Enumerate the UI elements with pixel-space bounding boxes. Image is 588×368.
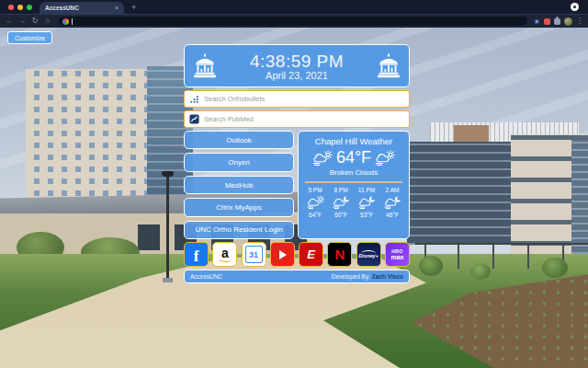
extension-icon-red[interactable] — [544, 18, 550, 25]
tab-accessunc[interactable]: AccessUNC × — [40, 2, 124, 14]
medhub-button[interactable]: MedHub — [184, 176, 294, 194]
forecast-time: 8 PM — [328, 187, 354, 193]
developer-name: Zach Visco — [372, 273, 403, 280]
tab-strip: AccessUNC × + — [0, 0, 588, 14]
back-icon[interactable]: ← — [5, 17, 14, 25]
weather-card: Chapel Hill Weather 64°F Broken Clouds 5… — [298, 131, 410, 239]
maximize-window-button[interactable] — [27, 5, 32, 10]
citrix-myapps-button[interactable]: Citrix MyApps — [184, 198, 294, 216]
outlook-button[interactable]: Outlook — [184, 131, 294, 149]
text-caret — [72, 18, 73, 25]
new-tab-button[interactable]: + — [131, 2, 136, 14]
netflix-shortcut[interactable]: N — [327, 242, 352, 267]
espn-icon: E — [307, 247, 315, 261]
window-control-dot — [571, 3, 579, 11]
youtube-play-icon — [279, 250, 287, 259]
forecast-temp: 64°F — [302, 212, 328, 218]
profile-avatar[interactable] — [564, 17, 572, 26]
clock-time: 4:38:59 PM — [250, 52, 344, 72]
day-wind-cloud-icon — [306, 195, 325, 210]
night-wind-cloud-icon — [332, 195, 351, 210]
orthobullets-icon — [189, 94, 199, 104]
reload-icon[interactable]: ↻ — [30, 17, 40, 25]
calendar-icon: 31 — [245, 246, 263, 263]
forecast-grid: 5 PM 8 PM 11 PM 2 AM 64°F 60°F 53°F 46°F — [302, 187, 405, 218]
youtube-shortcut[interactable] — [270, 242, 295, 267]
forecast-temp: 46°F — [379, 212, 405, 218]
hbo-max-shortcut[interactable]: HBOmax — [385, 242, 410, 267]
espn-shortcut[interactable]: E — [299, 242, 323, 267]
forecast-time: 2 AM — [379, 187, 405, 193]
unc-ortho-resident-login-button[interactable]: UNC Ortho Resident Login — [184, 221, 294, 239]
bookmark-star-icon[interactable]: ★ — [534, 17, 540, 26]
glass-building-right — [407, 142, 517, 245]
disney-plus-shortcut[interactable]: Disney+ — [356, 242, 381, 267]
forecast-temp: 53°F — [354, 212, 379, 218]
night-wind-cloud-icon — [357, 195, 377, 210]
home-icon[interactable]: ⌂ — [43, 17, 52, 25]
weather-condition: Broken Clouds — [302, 168, 405, 177]
window-controls — [0, 0, 40, 14]
clock-card: 4:38:59 PM April 23, 2021 — [184, 44, 410, 87]
forecast-time: 11 PM — [354, 187, 379, 193]
panel-footer: AccessUNC Developed By: Zach Visco — [184, 270, 410, 283]
browser-menu-icon[interactable]: ⋮ — [576, 17, 583, 25]
weather-title: Chapel Hill Weather — [302, 136, 405, 146]
browser-toolbar: ← → ↻ ⌂ ★ ⋮ — [0, 14, 588, 28]
footer-app-name: AccessUNC — [190, 273, 222, 280]
facebook-shortcut[interactable]: f — [184, 242, 209, 267]
close-window-button[interactable] — [8, 5, 14, 10]
day-wind-cloud-icon — [311, 150, 334, 167]
pubmed-search — [184, 110, 410, 128]
unc-old-well-icon — [191, 52, 219, 80]
facebook-icon: f — [194, 247, 199, 266]
footer-credit: Developed By: Zach Visco — [332, 273, 403, 280]
night-wind-cloud-icon — [383, 195, 402, 210]
forward-icon[interactable]: → — [17, 17, 27, 25]
current-temp: 64°F — [336, 148, 371, 167]
netflix-icon: N — [334, 247, 345, 262]
forecast-time: 5 PM — [302, 187, 328, 193]
onyen-button[interactable]: Onyen — [184, 153, 294, 171]
amazon-smile-icon — [219, 257, 231, 263]
day-wind-cloud-icon — [374, 150, 396, 167]
weather-divider — [305, 181, 402, 183]
accessunc-panel: 4:38:59 PM April 23, 2021 Outl — [184, 44, 410, 283]
extensions-puzzle-icon[interactable] — [554, 18, 560, 25]
close-tab-icon[interactable]: × — [115, 5, 119, 11]
unc-old-well-icon — [375, 52, 402, 80]
browser-window: AccessUNC × + ← → ↻ ⌂ ★ ⋮ — [0, 0, 588, 368]
shortcut-row: f a 31 E N Disney+ HBOmax — [184, 242, 410, 267]
pubmed-search-input[interactable] — [204, 115, 404, 123]
google-calendar-shortcut[interactable]: 31 — [242, 242, 266, 267]
orthobullets-search-input[interactable] — [204, 95, 404, 103]
orthobullets-search — [184, 90, 410, 108]
quick-links: Outlook Onyen MedHub Citrix MyApps UNC O… — [184, 131, 294, 239]
pubmed-icon — [189, 114, 199, 124]
amazon-shortcut[interactable]: a — [212, 242, 237, 267]
disney-plus-icon: Disney+ — [359, 253, 379, 259]
forecast-temp: 60°F — [328, 212, 354, 218]
customize-button[interactable]: Customize — [7, 31, 52, 44]
minimize-window-button[interactable] — [17, 5, 23, 10]
site-favicon — [62, 18, 69, 25]
tab-title: AccessUNC — [45, 5, 111, 11]
address-bar[interactable] — [59, 17, 527, 26]
